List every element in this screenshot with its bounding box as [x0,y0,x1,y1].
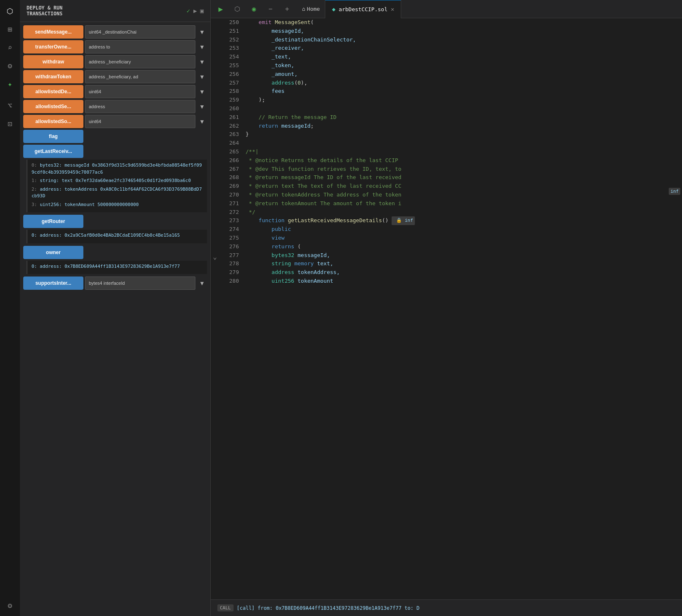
zoom-out-button[interactable]: − [264,2,277,16]
call-bar: CALL [call] from: 0x7B8ED609A44ff1B3143E… [211,599,682,616]
fn-result-owner: 0: address: 0x7B8ED609A44ff1B3143E972836… [27,261,207,274]
code-line-250: emit MessageSent( [246,18,675,27]
code-line-264 [246,139,675,148]
code-line-273: function getLastReceivedMessageDetails()… [246,216,675,225]
layout-icon[interactable]: ▣ [200,7,204,14]
files-icon[interactable]: ⊞ [2,22,17,36]
search-icon[interactable]: ⌕ [2,40,17,55]
deploy-functions-list: sendMessage... ▼ transferOwne... ▼ withd… [20,22,210,616]
tab-home[interactable]: ⌂ Home [297,0,325,18]
result-line-0: 0: bytes32: messageId 0x3863f9d315c9d659… [32,162,203,176]
zoom-in-button[interactable]: + [280,2,294,16]
extensions-icon[interactable]: ⊡ [2,116,17,131]
code-line-257: address(0), [246,79,675,87]
result-line-1: 1: string: text 0x7ef32da60eae2fc3746540… [32,177,203,184]
code-line-278: string memory text, [246,259,675,268]
fn-row-sendMessage: sendMessage... ▼ [23,25,207,39]
fn-input-allowlistedDe[interactable] [85,85,195,98]
fn-btn-getLastReceiv[interactable]: getLastReceiv... [23,145,83,158]
editor-area: ▶ ⬡ ◉ − + ⌂ Home ◆ arbDestCCIP.sol ✕ ⌄ 2… [211,0,682,616]
expand-supportsInter[interactable]: ▼ [197,278,207,288]
fn-row-allowlistedDe: allowlistedDe... ▼ [23,85,207,98]
call-label: CALL [217,604,234,611]
fn-btn-allowlistedSe[interactable]: allowlistedSe... [23,100,83,113]
deploy-title: DEPLOY & RUN TRANSACTIONS [27,5,63,17]
fn-btn-flag[interactable]: flag [23,130,83,143]
fn-btn-transferOwne[interactable]: transferOwne... [23,40,83,53]
result-getRouter-0: 0: address: 0x2a9C5afB0d0e4BAb2BCdaE109E… [32,232,203,239]
fn-result-getLastReceiv: 0: bytes32: messageId 0x3863f9d315c9d659… [27,160,207,212]
fold-gutter: ⌄ [211,18,219,599]
code-line-277: bytes32 messageId, [246,251,675,260]
sol-icon: ◆ [332,6,335,12]
fn-row-transferOwne: transferOwne... ▼ [23,40,207,53]
toggle-icon[interactable]: ◉ [247,2,261,16]
fn-input-allowlistedSe[interactable] [85,100,195,113]
fn-input-sendMessage[interactable] [85,25,195,39]
code-line-267: * @dev This function retrieves the ID, t… [246,165,675,174]
line-numbers: 2502512522532542552562572582592602612622… [219,18,242,599]
code-container: ⌄ 25025125225325425525625725825926026126… [211,18,682,599]
tab-close-arbDestCCIP[interactable]: ✕ [391,6,394,12]
fn-row-allowlistedSe: allowlistedSe... ▼ [23,100,207,113]
expand-sendMessage[interactable]: ▼ [197,27,207,37]
fn-btn-sendMessage[interactable]: sendMessage... [23,25,83,39]
fn-row-withdraw: withdraw ▼ [23,55,207,68]
activity-bar: ⬡ ⊞ ⌕ ⚙ ✦ ⌥ ⊡ ⚙ [0,0,20,616]
expand-allowlistedSe[interactable]: ▼ [197,102,207,112]
code-line-280: uint256 tokenAmount [246,277,675,286]
code-line-262: return messageId; [246,122,675,131]
run-button[interactable]: ▶ [214,2,227,16]
fn-btn-getRouter[interactable]: getRouter [23,215,83,228]
fn-btn-owner[interactable]: owner [23,246,83,259]
fn-input-transferOwne[interactable] [85,40,195,53]
result-owner-0: 0: address: 0x7B8ED609A44ff1B3143E972836… [32,263,203,270]
code-line-251: messageId, [246,27,675,36]
fn-input-allowlistedSo[interactable] [85,115,195,128]
code-line-261: // Return the message ID [246,113,675,122]
deploy-panel: DEPLOY & RUN TRANSACTIONS ✓ ▶ ▣ sendMess… [20,0,211,616]
code-line-268: * @return messageId The ID of the last r… [246,173,675,182]
fn-row-withdrawToken: withdrawToken ▼ [23,70,207,83]
code-line-263: } [246,130,675,139]
deploy-header-actions: ✓ ▶ ▣ [187,7,204,14]
debug-icon[interactable]: ⚙ [2,58,17,73]
forward-icon[interactable]: ▶ [193,7,197,14]
result-line-3: 3: uint256: tokenAmount 500000000000000 [32,201,203,209]
fn-result-getRouter: 0: address: 0x2a9C5afB0d0e4BAb2BCdaE109E… [27,230,207,243]
logo-icon[interactable]: ⬡ [2,3,17,18]
expand-transferOwne[interactable]: ▼ [197,42,207,52]
fn-input-withdraw[interactable] [85,55,195,68]
expand-allowlistedDe[interactable]: ▼ [197,87,207,97]
code-line-279: address tokenAddress, [246,268,675,277]
code-line-253: _receiver, [246,44,675,53]
code-line-255: _token, [246,61,675,70]
editor-toolbar: ▶ ⬡ ◉ − + [211,2,297,16]
expand-withdraw[interactable]: ▼ [197,57,207,67]
fn-row-supportsInter: supportsInter... ▼ [23,276,207,290]
fn-btn-allowlistedSo[interactable]: allowlistedSo... [23,115,83,128]
deploy-icon[interactable]: ✦ [2,76,17,91]
tab-arbDestCCIP[interactable]: ◆ arbDestCCIP.sol ✕ [325,0,401,18]
check-icon[interactable]: ✓ [187,7,190,14]
code-line-266: * @notice Returns the details of the las… [246,156,675,165]
expand-allowlistedSo[interactable]: ▼ [197,116,207,126]
fn-input-supportsInter[interactable] [85,276,195,290]
settings-icon[interactable]: ⚙ [2,598,17,613]
code-editor[interactable]: emit MessageSent( messageId, _destinatio… [242,18,682,599]
code-line-265: /**| [246,148,675,156]
code-line-275: view [246,234,675,243]
code-line-260 [246,104,675,113]
fold-button[interactable]: ⌄ [212,253,218,260]
code-line-254: _text, [246,53,675,61]
git-icon[interactable]: ⌥ [2,98,17,113]
code-line-270: * @return tokenAddress The address of th… [246,191,675,199]
fn-btn-allowlistedDe[interactable]: allowlistedDe... [23,85,83,98]
fn-btn-supportsInter[interactable]: supportsInter... [23,276,83,290]
code-line-259: ); [246,96,675,104]
plugin-icon[interactable]: ⬡ [231,2,244,16]
fn-btn-withdraw[interactable]: withdraw [23,55,83,68]
expand-withdrawToken[interactable]: ▼ [197,72,207,82]
fn-btn-withdrawToken[interactable]: withdrawToken [23,70,83,83]
fn-input-withdrawToken[interactable] [85,70,195,83]
